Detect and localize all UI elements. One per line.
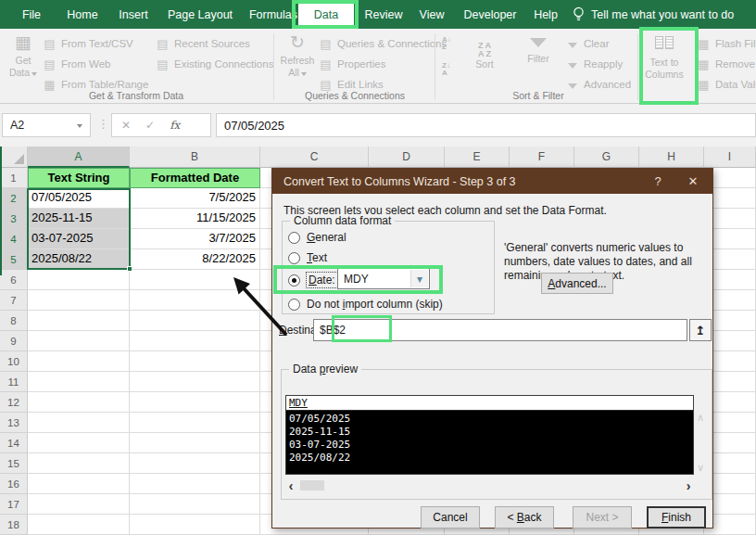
tab-data[interactable]: Data: [298, 0, 354, 29]
sort-descending-button[interactable]: Z↓A: [442, 60, 450, 79]
cell-B5[interactable]: 8/22/2025: [130, 249, 260, 270]
from-web-button[interactable]: ▤From Web: [43, 55, 110, 73]
cell-A2[interactable]: 07/05/2025: [28, 188, 130, 209]
tab-file[interactable]: File: [7, 0, 56, 29]
cell-B3[interactable]: 11/15/2025: [130, 209, 260, 229]
sort-button[interactable]: Z AA Z Sort: [463, 31, 506, 70]
cell-A16[interactable]: [28, 474, 130, 494]
cell-A9[interactable]: [28, 331, 130, 351]
dialog-help-button[interactable]: ?: [644, 169, 672, 194]
col-header-D[interactable]: D: [369, 146, 445, 168]
cancel-entry-icon[interactable]: ✕: [121, 119, 131, 132]
cell-B12[interactable]: [130, 392, 260, 413]
advanced-button[interactable]: Advanced...: [541, 273, 613, 294]
cell-A3[interactable]: 2025-11-15: [28, 209, 130, 229]
formula-input[interactable]: 07/05/2025: [216, 113, 756, 137]
row-header-2[interactable]: 2: [0, 188, 28, 209]
cell-A4[interactable]: 03-07-2025: [28, 229, 130, 249]
radio-text[interactable]: Text: [288, 250, 327, 265]
row-header-10[interactable]: 10: [0, 351, 28, 372]
preview-table[interactable]: MDY 07/05/2025 2025-11-15 03-07-2025 202…: [285, 395, 694, 475]
row-header-9[interactable]: 9: [0, 331, 28, 351]
preview-column-header[interactable]: MDY: [286, 396, 693, 411]
row-header-1[interactable]: 1: [0, 168, 28, 188]
cell-A18[interactable]: [28, 515, 130, 535]
row-header-6[interactable]: 6: [0, 270, 28, 290]
row-header-8[interactable]: 8: [0, 311, 28, 331]
flash-fill-button[interactable]: ▦Flash Fill: [697, 34, 756, 53]
cell-A11[interactable]: [28, 372, 130, 392]
cell-B15[interactable]: [130, 453, 260, 474]
col-header-I[interactable]: I: [704, 146, 756, 168]
row-header-16[interactable]: 16: [0, 474, 28, 494]
cell-A17[interactable]: [28, 494, 130, 515]
row-header-11[interactable]: 11: [0, 372, 28, 392]
cell-B7[interactable]: [130, 290, 260, 311]
cell-B9[interactable]: [130, 331, 260, 351]
next-button[interactable]: Next >: [573, 506, 632, 529]
row-header-17[interactable]: 17: [0, 494, 28, 515]
cell-B17[interactable]: [130, 494, 260, 515]
date-format-dropdown[interactable]: MDY ▾: [337, 268, 430, 289]
scroll-up-icon[interactable]: ∧: [697, 412, 704, 424]
row-header-14[interactable]: 14: [0, 433, 28, 453]
recent-sources-button[interactable]: ▤Recent Sources: [156, 34, 250, 53]
cell-B16[interactable]: [130, 474, 260, 494]
cell-B6[interactable]: [130, 270, 260, 290]
select-all-corner[interactable]: [0, 146, 28, 168]
combo-chevron-down-icon[interactable]: ▾: [410, 270, 428, 287]
dialog-close-button[interactable]: ✕: [677, 169, 709, 194]
tab-home[interactable]: Home: [57, 0, 107, 29]
cell-A8[interactable]: [28, 311, 130, 331]
col-header-F[interactable]: F: [510, 146, 574, 168]
cancel-button[interactable]: Cancel: [421, 506, 480, 529]
col-header-B[interactable]: B: [130, 146, 260, 168]
name-box-caret-icon[interactable]: [77, 124, 82, 128]
radio-skip-column[interactable]: Do not import column (skip): [288, 297, 443, 312]
radio-date[interactable]: Date:: [288, 273, 337, 287]
cell-B18[interactable]: [130, 515, 260, 535]
radio-general[interactable]: General: [288, 230, 346, 245]
row-header-15[interactable]: 15: [0, 453, 28, 474]
filter-button[interactable]: Filter: [517, 31, 560, 65]
back-button[interactable]: < Back: [495, 506, 554, 529]
tab-formulas[interactable]: Formulas: [243, 0, 304, 29]
cell-A7[interactable]: [28, 290, 130, 311]
row-header-18[interactable]: 18: [0, 515, 28, 535]
cell-B4[interactable]: 3/7/2025: [130, 229, 260, 249]
cell-A10[interactable]: [28, 351, 130, 372]
cell-A6[interactable]: [28, 270, 130, 290]
scroll-left-icon[interactable]: ‹: [285, 478, 296, 493]
tell-me-box[interactable]: Tell me what you want to do: [573, 0, 734, 29]
row-header-12[interactable]: 12: [0, 392, 28, 413]
col-header-G[interactable]: G: [574, 146, 639, 168]
col-header-E[interactable]: E: [445, 146, 510, 168]
cell-B1[interactable]: Formatted Date: [130, 168, 260, 188]
data-validation-button[interactable]: ▦Data Valid: [697, 75, 756, 94]
tab-help[interactable]: Help: [524, 0, 567, 29]
scroll-right-icon[interactable]: ›: [683, 478, 694, 493]
cell-A14[interactable]: [28, 433, 130, 453]
from-text-csv-button[interactable]: ▤From Text/CSV: [43, 34, 133, 53]
row-header-13[interactable]: 13: [0, 413, 28, 433]
cell-A12[interactable]: [28, 392, 130, 413]
tab-view[interactable]: View: [410, 0, 454, 29]
tab-insert[interactable]: Insert: [109, 0, 158, 29]
name-box[interactable]: A2: [2, 113, 91, 137]
cell-A13[interactable]: [28, 413, 130, 433]
scroll-down-icon[interactable]: ∨: [697, 462, 704, 474]
col-header-C[interactable]: C: [260, 146, 369, 168]
refresh-all-button[interactable]: ↻ Refresh All: [276, 31, 319, 79]
tab-page-layout[interactable]: Page Layout: [159, 0, 241, 29]
enter-entry-icon[interactable]: ✓: [145, 119, 155, 132]
insert-function-icon[interactable]: fx: [170, 119, 180, 132]
get-data-button[interactable]: ▦ Get Data: [2, 31, 44, 79]
tab-review[interactable]: Review: [358, 0, 410, 29]
sort-ascending-button[interactable]: A↓Z: [442, 34, 451, 53]
cell-B8[interactable]: [130, 311, 260, 331]
collapse-dialog-button[interactable]: ↥: [689, 319, 712, 341]
clear-filter-button[interactable]: Clear: [565, 34, 609, 53]
remove-duplicates-button[interactable]: ▦Remove D: [697, 55, 756, 73]
row-header-5[interactable]: 5: [0, 249, 28, 270]
cell-B10[interactable]: [130, 351, 260, 372]
